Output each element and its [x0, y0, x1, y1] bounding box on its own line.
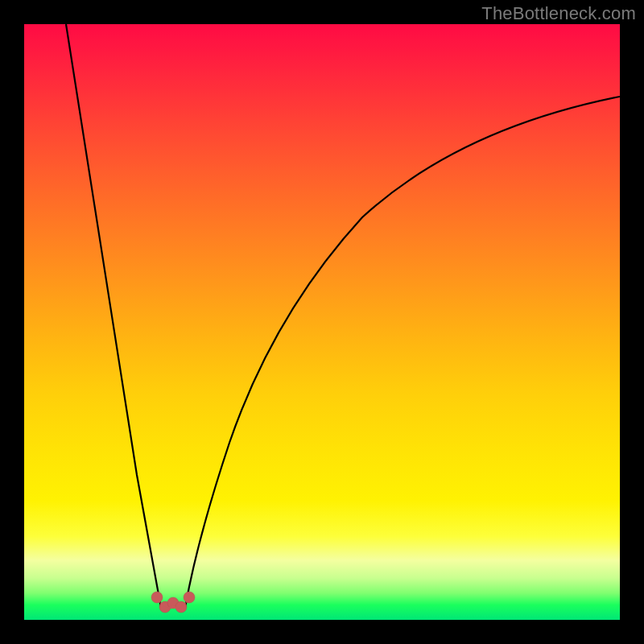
svg-point-3 [175, 601, 187, 613]
curve-layer [24, 24, 620, 620]
curve-left-branch [66, 24, 161, 608]
plot-area [24, 24, 620, 620]
trough-marker [151, 592, 195, 613]
curve-right-branch [185, 97, 620, 608]
chart-frame: TheBottleneck.com [0, 0, 644, 644]
watermark-text: TheBottleneck.com [481, 3, 636, 24]
